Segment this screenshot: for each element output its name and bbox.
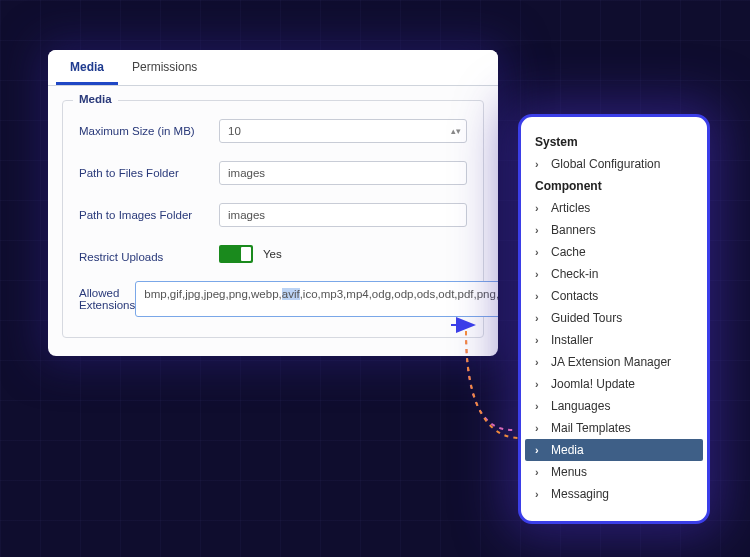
sidebar-item-media[interactable]: ›Media (525, 439, 703, 461)
chevron-right-icon: › (535, 158, 545, 170)
chevron-right-icon: › (535, 488, 545, 500)
fieldset-legend: Media (73, 93, 118, 105)
sidebar-item-label: Mail Templates (551, 421, 631, 435)
sidebar-item-label: Media (551, 443, 584, 457)
chevron-right-icon: › (535, 334, 545, 346)
number-stepper-icon[interactable]: ▴▾ (451, 126, 461, 136)
sidebar-item-joomla-update[interactable]: ›Joomla! Update (521, 373, 707, 395)
chevron-right-icon: › (535, 356, 545, 368)
sidebar-item-label: Contacts (551, 289, 598, 303)
media-settings-panel: Media Permissions Media Maximum Size (in… (48, 50, 498, 356)
sidebar-item-check-in[interactable]: ›Check-in (521, 263, 707, 285)
sidebar-item-label: Cache (551, 245, 586, 259)
row-images-folder: Path to Images Folder (79, 203, 467, 227)
tab-media[interactable]: Media (56, 50, 118, 85)
sidebar-item-label: JA Extension Manager (551, 355, 671, 369)
sidebar-item-global-configuration[interactable]: ›Global Configuration (521, 153, 707, 175)
chevron-right-icon: › (535, 246, 545, 258)
chevron-right-icon: › (535, 202, 545, 214)
chevron-right-icon: › (535, 444, 545, 456)
media-fieldset: Media Maximum Size (in MB) ▴▾ Path to Fi… (62, 100, 484, 338)
tabs-bar: Media Permissions (48, 50, 498, 86)
sidebar-item-label: Joomla! Update (551, 377, 635, 391)
heading-system: System (521, 131, 707, 153)
sidebar-item-label: Global Configuration (551, 157, 660, 171)
sidebar-item-languages[interactable]: ›Languages (521, 395, 707, 417)
chevron-right-icon: › (535, 422, 545, 434)
label-allowed-extensions: Allowed Extensions (79, 281, 135, 311)
chevron-right-icon: › (535, 312, 545, 324)
row-maximum-size: Maximum Size (in MB) ▴▾ (79, 119, 467, 143)
chevron-right-icon: › (535, 224, 545, 236)
sidebar-item-label: Messaging (551, 487, 609, 501)
sidebar-item-cache[interactable]: ›Cache (521, 241, 707, 263)
row-restrict-uploads: Restrict Uploads Yes (79, 245, 467, 263)
sidebar-item-label: Banners (551, 223, 596, 237)
input-allowed-extensions[interactable]: bmp,gif,jpg,jpeg,png,webp,avif,ico,mp3,m… (135, 281, 498, 317)
sidebar-item-mail-templates[interactable]: ›Mail Templates (521, 417, 707, 439)
sidebar-item-label: Languages (551, 399, 610, 413)
sidebar-item-banners[interactable]: ›Banners (521, 219, 707, 241)
label-files-folder: Path to Files Folder (79, 161, 219, 179)
label-restrict-uploads: Restrict Uploads (79, 245, 219, 263)
label-images-folder: Path to Images Folder (79, 203, 219, 221)
tab-permissions[interactable]: Permissions (118, 50, 211, 85)
input-maximum-size[interactable] (219, 119, 467, 143)
sidebar-item-label: Installer (551, 333, 593, 347)
label-maximum-size: Maximum Size (in MB) (79, 119, 219, 137)
heading-component: Component (521, 175, 707, 197)
row-files-folder: Path to Files Folder (79, 161, 467, 185)
toggle-restrict-uploads[interactable] (219, 245, 253, 263)
sidebar-item-label: Articles (551, 201, 590, 215)
sidebar-item-ja-extension-manager[interactable]: ›JA Extension Manager (521, 351, 707, 373)
sidebar-item-label: Menus (551, 465, 587, 479)
chevron-right-icon: › (535, 268, 545, 280)
sidebar-item-messaging[interactable]: ›Messaging (521, 483, 707, 505)
sidebar-item-articles[interactable]: ›Articles (521, 197, 707, 219)
sidebar-item-contacts[interactable]: ›Contacts (521, 285, 707, 307)
chevron-right-icon: › (535, 290, 545, 302)
sidebar-item-label: Check-in (551, 267, 598, 281)
config-sidebar: System ›Global Configuration Component ›… (518, 114, 710, 524)
input-files-folder[interactable] (219, 161, 467, 185)
input-images-folder[interactable] (219, 203, 467, 227)
chevron-right-icon: › (535, 378, 545, 390)
sidebar-item-menus[interactable]: ›Menus (521, 461, 707, 483)
sidebar-item-guided-tours[interactable]: ›Guided Tours (521, 307, 707, 329)
chevron-right-icon: › (535, 466, 545, 478)
selected-text-avif: avif (282, 288, 300, 300)
sidebar-item-label: Guided Tours (551, 311, 622, 325)
sidebar-item-installer[interactable]: ›Installer (521, 329, 707, 351)
toggle-restrict-label: Yes (263, 248, 282, 260)
chevron-right-icon: › (535, 400, 545, 412)
row-allowed-extensions: Allowed Extensions bmp,gif,jpg,jpeg,png,… (79, 281, 467, 317)
